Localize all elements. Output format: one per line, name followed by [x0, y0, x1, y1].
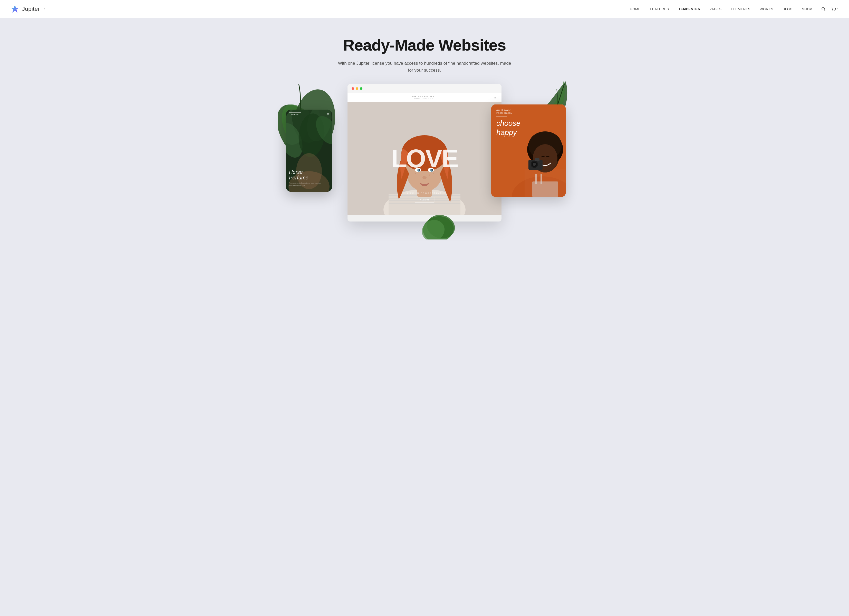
- tablet-brand-type: Photography: [496, 112, 535, 114]
- cart-button[interactable]: 1: [831, 7, 839, 11]
- album-button[interactable]: ALBUM: [415, 197, 434, 203]
- mobile-menu-icon[interactable]: ≡: [327, 112, 329, 116]
- nav-item-shop[interactable]: SHOP: [798, 5, 816, 13]
- mobile-product-desc: A uniquely curated collection of tools, …: [289, 182, 325, 186]
- tablet-screen: an & tiope Photography choose happy: [491, 104, 566, 197]
- svg-line-2: [824, 10, 825, 11]
- nav-item-works[interactable]: WORKS: [756, 5, 777, 13]
- svg-point-49: [533, 163, 536, 166]
- proserpina-site-name: PROSERPINA PHOTOGRAPHY: [353, 95, 494, 100]
- nav-item-templates[interactable]: TEMPLATES: [675, 5, 704, 13]
- mobile-logo: HERSE: [289, 112, 301, 116]
- search-button[interactable]: [821, 7, 826, 11]
- brand-version: 6: [44, 7, 45, 11]
- mobile-mockup: HERSE ≡ HersePerfume A uniquely curated …: [286, 110, 332, 192]
- mobile-nav: HERSE ≡: [286, 110, 332, 119]
- search-icon: [821, 7, 826, 11]
- svg-point-1: [822, 7, 825, 10]
- proserpina-site-sub: PHOTOGRAPHY: [353, 98, 494, 100]
- svg-rect-50: [535, 158, 539, 161]
- laptop-titlebar: [347, 84, 502, 93]
- nav-link-home[interactable]: HOME: [626, 5, 644, 13]
- window-controls: [352, 87, 362, 90]
- svg-point-26: [429, 175, 430, 176]
- nav-link-pages[interactable]: PAGES: [706, 5, 725, 13]
- hero-section: Ready-Made Websites With one Jupiter lic…: [0, 18, 849, 84]
- nav-link-elements[interactable]: ELEMENTS: [727, 5, 754, 13]
- nav-link-works[interactable]: WORKS: [756, 5, 777, 13]
- close-dot: [352, 87, 354, 90]
- svg-point-24: [415, 173, 416, 174]
- nav-links: HOME FEATURES TEMPLATES PAGES ELEMENTS W…: [626, 5, 816, 13]
- svg-point-25: [418, 175, 419, 176]
- logo-area[interactable]: Jupiter 6: [10, 4, 45, 13]
- nav-item-home[interactable]: HOME: [626, 5, 644, 13]
- tablet-tagline: choose happy: [496, 119, 535, 137]
- logo-star-icon: [10, 4, 19, 13]
- laptop-screen-content: PROSERPINA PHOTOGRAPHY ≡: [347, 93, 502, 222]
- laptop-mockup: PROSERPINA PHOTOGRAPHY ≡: [347, 84, 502, 222]
- nav-item-pages[interactable]: PAGES: [706, 5, 725, 13]
- svg-point-3: [833, 11, 833, 11]
- expand-dot: [360, 87, 362, 90]
- svg-point-29: [423, 176, 426, 179]
- showcase-area: PROSERPINA PHOTOGRAPHY ≡: [271, 84, 578, 233]
- nav-link-blog[interactable]: BLOG: [779, 5, 796, 13]
- cart-icon: [831, 7, 836, 11]
- nav-item-features[interactable]: FEATURES: [646, 5, 673, 13]
- nav-item-elements[interactable]: ELEMENTS: [727, 5, 754, 13]
- tablet-divider: [496, 116, 506, 116]
- mobile-screen: HERSE ≡ HersePerfume A uniquely curated …: [286, 110, 332, 192]
- svg-marker-0: [11, 5, 19, 13]
- love-subtext: LIFE IN PROSERPINA: [407, 192, 442, 194]
- navbar: Jupiter 6 HOME FEATURES TEMPLATES PAGES …: [0, 0, 849, 18]
- svg-point-27: [433, 173, 434, 174]
- nav-link-templates[interactable]: TEMPLATES: [675, 5, 704, 13]
- love-text-overlay: LOVE: [391, 144, 458, 173]
- nav-link-features[interactable]: FEATURES: [646, 5, 673, 13]
- nav-link-shop[interactable]: SHOP: [798, 5, 816, 13]
- mobile-product-title: HersePerfume: [289, 169, 325, 180]
- svg-point-4: [834, 11, 835, 11]
- nav-item-blog[interactable]: BLOG: [779, 5, 796, 13]
- brand-name: Jupiter: [22, 6, 40, 12]
- tablet-mockup: an & tiope Photography choose happy: [491, 104, 566, 197]
- nav-icons: 1: [821, 7, 839, 11]
- hero-title: Ready-Made Websites: [5, 36, 844, 54]
- hamburger-icon: ≡: [494, 95, 496, 100]
- tablet-brand-name: an & tiope: [496, 109, 535, 112]
- svg-rect-51: [532, 182, 558, 197]
- mobile-text-overlay: HersePerfume A uniquely curated collecti…: [289, 169, 325, 186]
- minimize-dot: [356, 87, 358, 90]
- hero-subtitle: With one Jupiter license you have access…: [337, 60, 512, 74]
- cart-count: 1: [837, 7, 839, 11]
